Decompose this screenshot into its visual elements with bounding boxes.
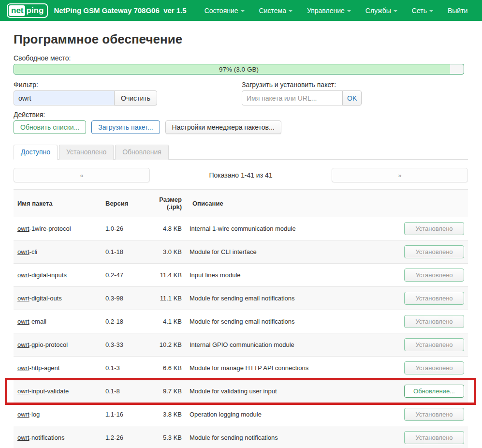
ok-button[interactable]: OK — [342, 90, 362, 105]
next-page-button[interactable]: » — [332, 168, 468, 182]
prev-page-button[interactable]: « — [14, 168, 150, 182]
package-size: 4.8 KB — [139, 217, 186, 240]
top-navbar: net ping NetPing GSM Gateway 708G06 ver … — [0, 0, 482, 21]
package-name-rest: -digital-inputs — [29, 271, 67, 279]
tab[interactable]: Установлено — [59, 145, 114, 160]
package-description: Internal 1-wire communication module — [186, 217, 395, 240]
menu-item-label: Сеть — [412, 7, 427, 15]
package-description: Module for sending email notifications — [186, 310, 395, 333]
package-description: Module for manage HTTP API connections — [186, 357, 395, 380]
package-size: 6.6 KB — [139, 357, 186, 380]
package-url-input[interactable] — [242, 90, 343, 105]
package-version: 0.3-33 — [102, 333, 139, 357]
package-name-match: owrt — [17, 434, 29, 441]
filter-input[interactable] — [14, 90, 115, 105]
package-name-match: owrt — [17, 364, 29, 372]
table-row: owrt-gpio-protocol 0.3-33 10.2 KB Intern… — [14, 333, 468, 357]
package-name: owrt-gpio-protocol — [14, 333, 102, 357]
menu-item-label: Управление — [307, 7, 345, 15]
package-name: owrt-notifications — [14, 426, 102, 448]
free-space-label: Свободное место: — [14, 54, 468, 62]
package-version: 0.3-98 — [102, 287, 139, 310]
logo-ping-text: ping — [25, 5, 46, 16]
package-name-rest: -log — [29, 411, 40, 418]
package-action-button[interactable]: Установлено — [404, 361, 464, 374]
package-name-match: owrt — [17, 225, 29, 232]
menu-item[interactable]: Службы — [358, 1, 405, 20]
package-action-button[interactable]: Установлено — [404, 431, 464, 444]
package-size: 11.1 KB — [139, 287, 186, 310]
package-action-button[interactable]: Установлено — [404, 315, 464, 328]
action-button[interactable]: Загрузить пакет... — [91, 120, 160, 134]
package-name-match: owrt — [17, 341, 29, 348]
package-name: owrt-digital-inputs — [14, 264, 102, 287]
package-name-rest: -input-validate — [29, 388, 69, 395]
package-size: 3.0 KB — [139, 240, 186, 264]
menu-item[interactable]: Система — [252, 1, 300, 20]
table-row: owrt-log 1.1-16 3.8 KB Operation logging… — [14, 403, 468, 426]
package-action-button[interactable]: Обновление... — [404, 385, 464, 398]
netping-logo[interactable]: net ping — [7, 3, 48, 18]
package-action-button[interactable]: Установлено — [404, 269, 464, 282]
menu-item[interactable]: Выйти — [440, 1, 475, 20]
pagination-status: Показано 1-41 из 41 — [209, 171, 272, 179]
package-size: 5.3 KB — [139, 426, 186, 448]
menu-item-label: Службы — [365, 7, 391, 15]
package-description: Module for CLI interface — [186, 240, 395, 264]
actions-label: Действия: — [14, 111, 468, 119]
package-action-button[interactable]: Установлено — [404, 245, 464, 258]
package-name: owrt-input-validate — [14, 380, 102, 403]
package-action-button[interactable]: Установлено — [404, 338, 464, 351]
package-table-wrap: Имя пакета Версия Размер (.ipk) Описание… — [14, 189, 468, 448]
menu-item[interactable]: Сеть — [405, 1, 440, 20]
menu-item[interactable]: Состояние — [197, 1, 252, 20]
package-version: 0.2-18 — [102, 310, 139, 333]
table-row: owrt-1wire-protocol 1.0-26 4.8 KB Intern… — [14, 217, 468, 240]
package-name: owrt-digital-outs — [14, 287, 102, 310]
package-size: 4.1 KB — [139, 310, 186, 333]
package-version: 1.0-26 — [102, 217, 139, 240]
package-version: 1.2-26 — [102, 426, 139, 448]
package-name: owrt-cli — [14, 240, 102, 264]
package-name: owrt-1wire-protocol — [14, 217, 102, 240]
actions-button-group: Обновить списки... Загрузить пакет... На… — [14, 120, 468, 134]
package-description: Module for sending email notifications — [186, 287, 395, 310]
menu-item[interactable]: Управление — [300, 1, 358, 20]
table-row: owrt-input-validate 0.1-8 9.7 KB Module … — [14, 380, 468, 403]
package-action-button[interactable]: Установлено — [404, 292, 464, 305]
package-version: 1.1-16 — [102, 403, 139, 426]
header-size: Размер (.ipk) — [139, 190, 186, 217]
table-row: owrt-http-agent 0.1-3 6.6 KB Module for … — [14, 357, 468, 380]
table-row: owrt-digital-outs 0.3-98 11.1 KB Module … — [14, 287, 468, 310]
tab[interactable]: Доступно — [14, 145, 58, 160]
action-button[interactable]: Обновить списки... — [14, 120, 86, 134]
package-name-match: owrt — [17, 248, 29, 255]
package-size: 3.8 KB — [139, 403, 186, 426]
tab[interactable]: Обновления — [115, 145, 169, 160]
package-name: owrt-log — [14, 403, 102, 426]
action-button[interactable]: Настройки менеджера пакетов... — [165, 120, 281, 134]
package-table: Имя пакета Версия Размер (.ipk) Описание… — [14, 189, 468, 448]
header-name: Имя пакета — [14, 190, 102, 217]
package-description: Operation logging module — [186, 403, 395, 426]
package-action-button[interactable]: Установлено — [404, 222, 464, 235]
table-header-row: Имя пакета Версия Размер (.ipk) Описание — [14, 190, 468, 217]
table-row: owrt-digital-inputs 0.2-47 11.4 KB Input… — [14, 264, 468, 287]
package-name-match: owrt — [17, 318, 29, 325]
package-name-rest: -cli — [29, 248, 38, 255]
package-action-button[interactable]: Установлено — [404, 408, 464, 421]
menu-item-label: Состояние — [204, 7, 238, 15]
package-tabs: Доступно Установлено Обновления — [14, 145, 468, 160]
header-action — [395, 190, 468, 217]
chevron-down-icon — [347, 10, 351, 12]
table-row: owrt-email 0.2-18 4.1 KB Module for send… — [14, 310, 468, 333]
package-name-rest: -email — [29, 318, 46, 325]
package-version: 0.1-8 — [102, 380, 139, 403]
package-name-match: owrt — [17, 295, 29, 302]
package-version: 0.1-18 — [102, 240, 139, 264]
free-space-value: 97% (3.0 GB) — [14, 64, 464, 74]
clear-filter-button[interactable]: Очистить — [114, 90, 157, 105]
table-row: owrt-cli 0.1-18 3.0 KB Module for CLI in… — [14, 240, 468, 264]
free-space-progressbar: 97% (3.0 GB) — [14, 64, 464, 75]
menu-item-label: Выйти — [448, 7, 467, 15]
